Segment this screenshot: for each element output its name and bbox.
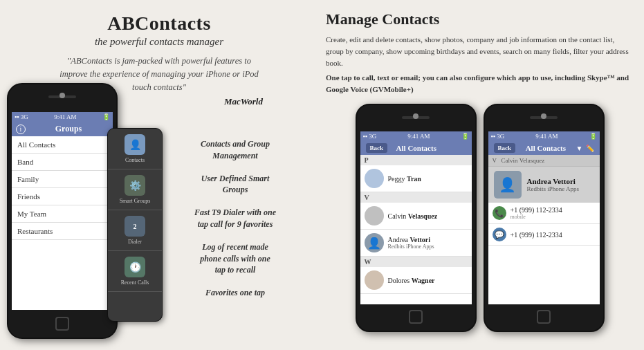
contact-name-peggy: Peggy Tran bbox=[388, 175, 421, 183]
avatar-andrea: 👤 bbox=[365, 233, 384, 252]
r1-signal: ▪▪ 3G bbox=[363, 133, 377, 140]
contact-row-andrea[interactable]: 👤 Andrea Vettori Redbits iPhone Apps bbox=[360, 230, 472, 257]
feature-4: Log of recent madephone calls with oneta… bbox=[166, 241, 304, 276]
contacts-icon: 👤 bbox=[125, 134, 145, 155]
detail-avatar: 👤 bbox=[494, 171, 522, 199]
phones-row: ▪▪ 3G 9:41 AM 🔋 Back All Contacts P Pegg… bbox=[326, 104, 634, 332]
contact-company-andrea: Redbits iPhone Apps bbox=[388, 243, 434, 250]
left-phone: ▪▪ 3G 9:41 AM 🔋 i Groups All Contacts Ba… bbox=[7, 83, 118, 339]
home-button-r1[interactable] bbox=[409, 310, 423, 324]
r2-signal: ▪▪ 3G bbox=[491, 133, 505, 140]
feature-5: Favorites one tap bbox=[166, 287, 304, 299]
r2-icons: ▼ ✏️ bbox=[576, 145, 594, 152]
right-desc1: Create, edit and delete contacts, show p… bbox=[326, 34, 634, 69]
home-button-r2[interactable] bbox=[537, 310, 551, 324]
info-icon[interactable]: i bbox=[16, 125, 26, 134]
r2-time: 9:41 AM bbox=[535, 133, 558, 140]
phone-r1-screen: ▪▪ 3G 9:41 AM 🔋 Back All Contacts P Pegg… bbox=[360, 131, 472, 304]
recentcalls-icon: 🕐 bbox=[125, 257, 145, 277]
status-bar: ▪▪ 3G 9:41 AM 🔋 bbox=[12, 112, 113, 122]
sidebar-item-recentcalls[interactable]: 🕐 Recent Calls bbox=[108, 251, 162, 292]
sidebar-item-dialer[interactable]: 2 Dialer bbox=[108, 210, 162, 251]
r1-header: All Contacts bbox=[396, 144, 436, 152]
back-button-r1[interactable]: Back bbox=[366, 143, 388, 153]
features-section: Contacts and GroupManagement User Define… bbox=[166, 138, 304, 310]
contact-row-dolores[interactable]: Dolores Wagner bbox=[360, 267, 472, 294]
phone-camera bbox=[59, 93, 65, 98]
phone-number-2: +1 (999) 112-2334 bbox=[510, 231, 562, 239]
section-p: P bbox=[360, 155, 472, 165]
feature-1: Contacts and GroupManagement bbox=[166, 138, 304, 162]
phone-screen: ▪▪ 3G 9:41 AM 🔋 i Groups All Contacts Ba… bbox=[12, 112, 113, 310]
list-item[interactable]: All Contacts bbox=[12, 136, 113, 154]
time: 9:41 AM bbox=[54, 113, 76, 120]
feature-3: Fast T9 Dialer with onetap call for 9 fa… bbox=[166, 207, 304, 230]
sidebar-item-contacts[interactable]: 👤 Contacts bbox=[108, 129, 162, 169]
r1-status-bar: ▪▪ 3G 9:41 AM 🔋 bbox=[360, 131, 472, 141]
r2-status-bar: ▪▪ 3G 9:41 AM 🔋 bbox=[488, 131, 600, 141]
home-button[interactable] bbox=[55, 317, 69, 331]
detail-phone-1[interactable]: 📞 +1 (999) 112-2334 mobile bbox=[488, 203, 600, 224]
detail-company: Redbits iPhone Apps bbox=[527, 185, 580, 192]
right-phone-1: ▪▪ 3G 9:41 AM 🔋 Back All Contacts P Pegg… bbox=[356, 104, 477, 332]
dialer-icon: 2 bbox=[125, 216, 145, 237]
r2-battery: 🔋 bbox=[589, 133, 597, 140]
message-icon: 💬 bbox=[493, 228, 506, 241]
right-phone-2: ▪▪ 3G 9:41 AM 🔋 Back All Contacts ▼ ✏️ V… bbox=[484, 104, 605, 332]
r2-header: All Contacts bbox=[526, 144, 566, 152]
contact-row-calvin[interactable]: Calvin Velasquez bbox=[360, 203, 472, 230]
contact-name-dolores: Dolores Wagner bbox=[388, 277, 435, 284]
avatar-peggy bbox=[365, 169, 384, 188]
detail-name: Andrea Vettori bbox=[527, 177, 580, 185]
right-desc2: One tap to call, text or email; you can … bbox=[326, 72, 634, 95]
list-item[interactable]: Restaurants bbox=[12, 223, 113, 240]
prev-contact: V Calvin Velasquez bbox=[488, 155, 600, 167]
phone-r2-screen: ▪▪ 3G 9:41 AM 🔋 Back All Contacts ▼ ✏️ V… bbox=[488, 131, 600, 304]
sidebar-item-smartgroups[interactable]: ⚙️ Smart Groups bbox=[108, 169, 162, 210]
phone-header: Groups bbox=[28, 124, 109, 134]
sidebar-inner: 👤 Contacts ⚙️ Smart Groups 2 Dialer 🕐 Re… bbox=[108, 129, 162, 321]
contact-name-calvin: Calvin Velasquez bbox=[388, 212, 438, 220]
filter-icon[interactable]: ▼ bbox=[576, 145, 583, 152]
contact-row-peggy[interactable]: Peggy Tran bbox=[360, 165, 472, 192]
phone-camera-r1 bbox=[413, 113, 418, 119]
battery-icon: 🔋 bbox=[102, 113, 110, 120]
right-section: Manage Contacts Create, edit and delete … bbox=[315, 0, 644, 350]
smartgroups-icon: ⚙️ bbox=[125, 175, 145, 196]
r1-battery: 🔋 bbox=[461, 133, 469, 140]
phone-icon-1: 📞 bbox=[493, 206, 506, 220]
list-item[interactable]: Family bbox=[12, 171, 113, 188]
r1-nav-bar: Back All Contacts bbox=[360, 141, 472, 155]
list-item[interactable]: Friends bbox=[12, 188, 113, 205]
r1-time: 9:41 AM bbox=[407, 133, 430, 140]
sidebar-contacts-label: Contacts bbox=[125, 157, 145, 163]
detail-phone-2[interactable]: 💬 +1 (999) 112-2334 bbox=[488, 224, 600, 246]
phone-camera-r2 bbox=[541, 113, 546, 119]
contact-name-andrea: Andrea Vettori bbox=[388, 236, 434, 243]
section-v: V bbox=[360, 192, 472, 203]
phone-type-1: mobile bbox=[510, 214, 562, 220]
feature-2: User Defined SmartGroups bbox=[166, 173, 304, 196]
list-item[interactable]: Band bbox=[12, 154, 113, 171]
detail-header: 👤 Andrea Vettori Redbits iPhone Apps bbox=[488, 167, 600, 203]
sidebar-recentcalls-label: Recent Calls bbox=[121, 279, 149, 286]
avatar-dolores bbox=[365, 270, 384, 290]
back-button-r2[interactable]: Back bbox=[494, 143, 516, 153]
edit-icon[interactable]: ✏️ bbox=[586, 145, 594, 152]
right-title: Manage Contacts bbox=[326, 10, 634, 28]
section-w: W bbox=[360, 257, 472, 267]
phone-number-1: +1 (999) 112-2334 bbox=[510, 206, 562, 214]
sidebar-dialer-label: Dialer bbox=[128, 239, 142, 245]
app-title: ABContacts bbox=[14, 12, 304, 35]
app-subtitle: the powerful contacts manager bbox=[14, 36, 304, 48]
sidebar-smartgroups-label: Smart Groups bbox=[120, 198, 151, 204]
signal-icon: ▪▪ 3G bbox=[15, 113, 28, 120]
avatar-calvin bbox=[365, 206, 384, 225]
list-item[interactable]: My Team bbox=[12, 205, 113, 223]
r2-nav-bar: Back All Contacts ▼ ✏️ bbox=[488, 141, 600, 155]
sidebar-phone: 👤 Contacts ⚙️ Smart Groups 2 Dialer 🕐 Re… bbox=[107, 128, 163, 322]
